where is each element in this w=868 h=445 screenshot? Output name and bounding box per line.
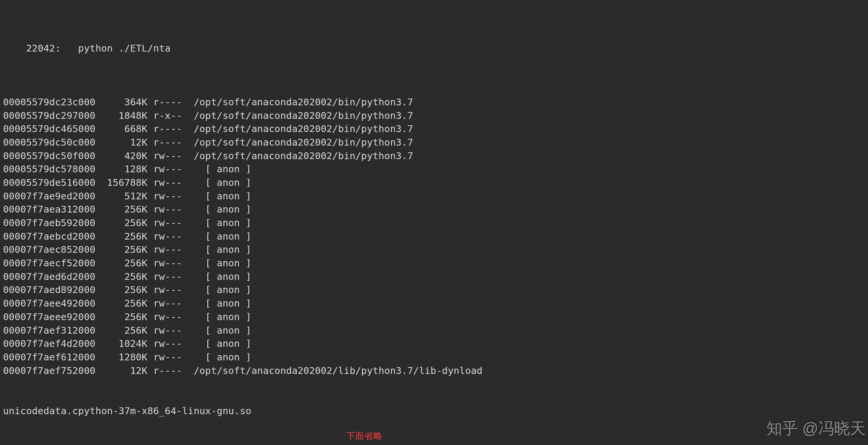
pid-label: 22042: xyxy=(26,43,61,54)
col-address: 00005579de516000 xyxy=(3,177,101,188)
col-size: 256K xyxy=(101,325,147,336)
col-size: 256K xyxy=(101,257,147,269)
col-size: 256K xyxy=(101,311,147,322)
col-mapping: /opt/soft/anaconda202002/bin/python3.7 xyxy=(188,150,413,161)
col-perm: rw--- xyxy=(147,311,188,322)
col-address: 00007f7ae9ed2000 xyxy=(3,190,101,202)
col-address: 00005579dc465000 xyxy=(3,123,101,134)
col-size: 256K xyxy=(101,284,147,295)
col-perm: r---- xyxy=(147,96,188,108)
col-address: 00007f7aef312000 xyxy=(3,325,101,336)
col-mapping: /opt/soft/anaconda202002/bin/python3.7 xyxy=(188,96,413,108)
col-address: 00005579dc50c000 xyxy=(3,137,101,148)
col-mapping: [ anon ] xyxy=(188,244,251,255)
col-size: 364K xyxy=(101,96,147,108)
col-perm: rw--- xyxy=(147,257,188,269)
pmap-row: 00007f7aeee92000 256K rw--- [ anon ] xyxy=(3,310,865,324)
pmap-row: 00005579dc578000 128K rw--- [ anon ] xyxy=(3,163,865,176)
col-perm: rw--- xyxy=(147,150,188,161)
col-address: 00005579dc23c000 xyxy=(3,96,101,108)
pmap-row: 00005579dc50c000 12K r---- /opt/soft/ana… xyxy=(3,136,865,149)
col-size: 256K xyxy=(101,204,147,215)
col-address: 00007f7aed892000 xyxy=(3,284,101,295)
col-mapping: [ anon ] xyxy=(188,231,251,242)
pmap-row: 00007f7ae9ed2000 512K rw--- [ anon ] xyxy=(3,190,865,203)
col-address: 00007f7aecf52000 xyxy=(3,257,101,269)
col-size: 156788K xyxy=(101,177,147,188)
pmap-row: 00007f7aef312000 256K rw--- [ anon ] xyxy=(3,324,865,337)
col-mapping: /opt/soft/anaconda202002/lib/python3.7/l… xyxy=(188,365,482,376)
col-mapping: [ anon ] xyxy=(188,190,251,202)
pmap-row: 00007f7aebcd2000 256K rw--- [ anon ] xyxy=(3,230,865,243)
col-perm: rw--- xyxy=(147,271,188,282)
col-address: 00007f7aea312000 xyxy=(3,204,101,215)
col-mapping: [ anon ] xyxy=(188,338,251,349)
col-address: 00005579dc578000 xyxy=(3,163,101,175)
pmap-row: 00007f7aee492000 256K rw--- [ anon ] xyxy=(3,297,865,310)
col-perm: r---- xyxy=(147,365,188,376)
col-perm: rw--- xyxy=(147,204,188,215)
col-size: 12K xyxy=(101,365,147,376)
pmap-row: 00007f7aef612000 1280K rw--- [ anon ] xyxy=(3,351,865,364)
col-mapping: [ anon ] xyxy=(188,325,251,336)
col-perm: rw--- xyxy=(147,217,188,228)
pmap-row: 00007f7aed6d2000 256K rw--- [ anon ] xyxy=(3,270,865,284)
col-mapping: [ anon ] xyxy=(188,311,251,322)
col-perm: rw--- xyxy=(147,284,188,295)
col-size: 668K xyxy=(101,123,147,134)
col-size: 256K xyxy=(101,231,147,242)
pmap-header: 22042: python ./ETL/nta xyxy=(3,28,865,68)
col-address: 00007f7aef752000 xyxy=(3,365,101,376)
col-mapping: [ anon ] xyxy=(188,257,251,269)
pmap-row: 00007f7aef752000 12K r---- /opt/soft/ana… xyxy=(3,364,865,378)
col-mapping: [ anon ] xyxy=(188,217,251,228)
pmap-row: 00005579dc297000 1848K r-x-- /opt/soft/a… xyxy=(3,109,865,123)
pmap-row: 00007f7aecf52000 256K rw--- [ anon ] xyxy=(3,257,865,270)
col-perm: rw--- xyxy=(147,244,188,255)
trailing-line: unicodedata.cpython-37m-x86_64-linux-gnu… xyxy=(3,404,865,418)
col-perm: rw--- xyxy=(147,190,188,202)
pmap-row: 00007f7aec852000 256K rw--- [ anon ] xyxy=(3,243,865,257)
col-address: 00007f7aeee92000 xyxy=(3,311,101,322)
col-perm: rw--- xyxy=(147,351,188,363)
col-address: 00007f7aebcd2000 xyxy=(3,231,101,242)
col-mapping: [ anon ] xyxy=(188,351,251,363)
col-address: 00005579dc50f000 xyxy=(3,150,101,161)
col-perm: r-x-- xyxy=(147,110,188,121)
omitted-note: 下面省略 xyxy=(346,430,382,443)
col-size: 1280K xyxy=(101,351,147,363)
col-mapping: [ anon ] xyxy=(188,271,251,282)
pmap-row: 00007f7aef4d2000 1024K rw--- [ anon ] xyxy=(3,337,865,351)
col-mapping: [ anon ] xyxy=(188,204,251,215)
col-perm: rw--- xyxy=(147,163,188,175)
col-mapping: [ anon ] xyxy=(188,163,251,175)
col-mapping: /opt/soft/anaconda202002/bin/python3.7 xyxy=(188,123,413,134)
col-size: 512K xyxy=(101,190,147,202)
col-address: 00005579dc297000 xyxy=(3,110,101,121)
col-mapping: [ anon ] xyxy=(188,177,251,188)
col-perm: r---- xyxy=(147,137,188,148)
col-perm: r---- xyxy=(147,123,188,134)
pmap-row: 00005579dc50f000 420K rw--- /opt/soft/an… xyxy=(3,149,865,163)
pmap-row: 00005579de516000 156788K rw--- [ anon ] xyxy=(3,176,865,190)
col-address: 00007f7aee492000 xyxy=(3,298,101,309)
col-size: 128K xyxy=(101,163,147,175)
col-size: 1024K xyxy=(101,338,147,349)
col-mapping: [ anon ] xyxy=(188,298,251,309)
col-size: 256K xyxy=(101,244,147,255)
pmap-row: 00007f7aea312000 256K rw--- [ anon ] xyxy=(3,203,865,216)
col-address: 00007f7aec852000 xyxy=(3,244,101,255)
col-address: 00007f7aeb592000 xyxy=(3,217,101,228)
col-mapping: /opt/soft/anaconda202002/bin/python3.7 xyxy=(188,110,413,121)
command-text: python ./ETL/nta xyxy=(78,43,171,54)
col-perm: rw--- xyxy=(147,338,188,349)
col-mapping: [ anon ] xyxy=(188,284,251,295)
terminal-output[interactable]: 22042: python ./ETL/nta 00005579dc23c000… xyxy=(0,0,868,431)
col-perm: rw--- xyxy=(147,231,188,242)
col-perm: rw--- xyxy=(147,298,188,309)
col-size: 256K xyxy=(101,271,147,282)
pmap-row: 00007f7aed892000 256K rw--- [ anon ] xyxy=(3,283,865,297)
col-size: 12K xyxy=(101,137,147,148)
col-perm: rw--- xyxy=(147,177,188,188)
col-address: 00007f7aef612000 xyxy=(3,351,101,363)
